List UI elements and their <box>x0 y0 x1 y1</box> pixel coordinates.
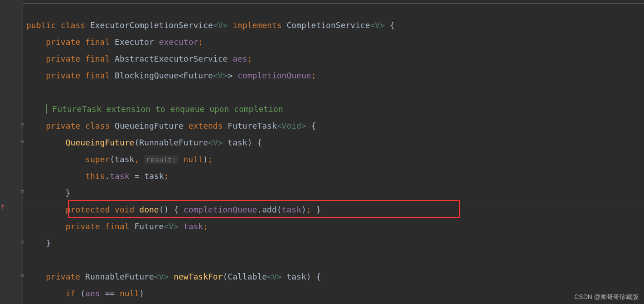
dot: . <box>105 171 110 181</box>
keyword: public <box>26 20 56 30</box>
paren: ) <box>301 205 306 214</box>
code-line: this.task = task; <box>26 168 644 184</box>
type: RunnableFuture <box>139 138 208 147</box>
paren: ( <box>223 272 228 281</box>
code-line <box>26 84 644 101</box>
semicolon: ; <box>306 205 311 214</box>
code-line: QueueingFuture(RunnableFuture<V> task) { <box>26 134 644 151</box>
code-line: private final BlockingQueue<Future<V>> c… <box>26 67 644 84</box>
paren: ( <box>134 138 139 147</box>
generic: <V> <box>213 20 228 30</box>
constructor: QueueingFuture <box>66 138 135 147</box>
code-line: } <box>26 184 644 201</box>
param: task <box>228 138 247 147</box>
paren: ( <box>277 205 282 214</box>
bracket: > <box>228 71 232 80</box>
generic: <V> <box>164 222 179 231</box>
separator-line <box>23 201 644 201</box>
param: task <box>286 272 306 281</box>
method-name: newTaskFor <box>174 272 223 281</box>
keyword: private <box>46 71 80 80</box>
class-name: ExecutorCompletionService <box>90 20 213 30</box>
keyword: class <box>61 20 85 30</box>
keyword: protected <box>66 205 110 214</box>
generic: <Void> <box>277 121 306 130</box>
code-line <box>26 0 644 17</box>
type: RunnableFuture <box>85 272 154 281</box>
field: completionQueue <box>237 71 311 80</box>
semicolon: ; <box>164 171 169 181</box>
keyword: final <box>105 222 129 231</box>
watermark: CSDN @帅哥哥珍藏版 <box>574 293 639 301</box>
field: executor <box>159 37 199 47</box>
type: Future <box>184 71 213 80</box>
keyword: null <box>120 289 139 298</box>
paren: ) <box>306 272 311 281</box>
field: aes <box>85 289 100 298</box>
parens: () <box>159 205 169 214</box>
code-line: private RunnableFuture<V> newTaskFor(Cal… <box>26 268 644 285</box>
brace: { <box>311 272 321 281</box>
brace: { <box>252 138 262 147</box>
field: aes <box>232 54 247 63</box>
code-line: } <box>26 235 644 251</box>
paren: ) <box>139 289 144 298</box>
generic: <V> <box>213 71 228 80</box>
operator: == <box>100 289 120 298</box>
gutter: ⊟ ⊟ ⊞ ⊞ ⊟ <box>9 0 23 304</box>
code-line: FutureTask extension to enqueue upon com… <box>26 101 644 117</box>
inlay-hint: result: <box>144 155 178 164</box>
dot: . <box>257 205 262 214</box>
paren: ( <box>110 154 115 164</box>
keyword: final <box>85 54 110 63</box>
keyword: final <box>85 71 110 80</box>
semicolon: ; <box>247 54 252 63</box>
paren: ( <box>75 289 85 298</box>
code-line: private final Executor executor; <box>26 34 644 50</box>
code-editor: ↑ ⊟ ⊟ ⊞ ⊞ ⊟ public class ExecutorComplet… <box>0 0 644 304</box>
keyword: implements <box>232 20 281 30</box>
doc-comment: FutureTask extension to enqueue upon com… <box>52 104 283 114</box>
operator: = <box>130 171 145 181</box>
semicolon: ; <box>311 71 316 80</box>
brace: } <box>311 205 321 214</box>
keyword: extends <box>189 121 223 130</box>
code-line: protected void done() { completionQueue.… <box>26 201 644 218</box>
paren: ) <box>247 138 252 147</box>
semicolon: ; <box>208 154 213 164</box>
class-name: QueueingFuture <box>115 121 184 130</box>
generic: <V> <box>267 272 282 281</box>
var: task <box>144 171 164 181</box>
type: AbstractExecutorService <box>115 54 228 63</box>
keyword: private <box>66 222 100 231</box>
type: FutureTask <box>228 121 276 130</box>
brace: { <box>385 20 395 30</box>
type: BlockingQueue <box>115 71 179 80</box>
separator-line <box>23 3 644 4</box>
keyword: class <box>85 121 110 130</box>
code-line: super(task, result: null); <box>26 151 644 168</box>
generic: <V> <box>208 138 223 147</box>
code-line: public class ExecutorCompletionService<V… <box>26 17 644 34</box>
type: Executor <box>115 37 154 47</box>
field: task <box>282 205 301 214</box>
code-line <box>26 251 644 268</box>
type: Callable <box>228 272 267 281</box>
brace: { <box>306 121 316 130</box>
bracket: < <box>179 71 184 80</box>
separator-line <box>23 263 644 263</box>
code-content[interactable]: public class ExecutorCompletionService<V… <box>23 0 644 304</box>
keyword: super <box>85 154 110 164</box>
type: Future <box>134 222 164 231</box>
keyword: private <box>46 121 80 130</box>
code-line: if (aes == null) <box>26 285 644 302</box>
semicolon: ; <box>203 222 208 231</box>
method-call: add <box>262 205 277 214</box>
keyword: null <box>183 154 203 164</box>
keyword: final <box>85 37 110 47</box>
generic: <V> <box>370 20 385 30</box>
keyword: if <box>66 289 76 298</box>
code-line: private class QueueingFuture extends Fut… <box>26 117 644 134</box>
comma: , <box>134 154 139 164</box>
change-marker-icon: ↑ <box>0 201 5 212</box>
